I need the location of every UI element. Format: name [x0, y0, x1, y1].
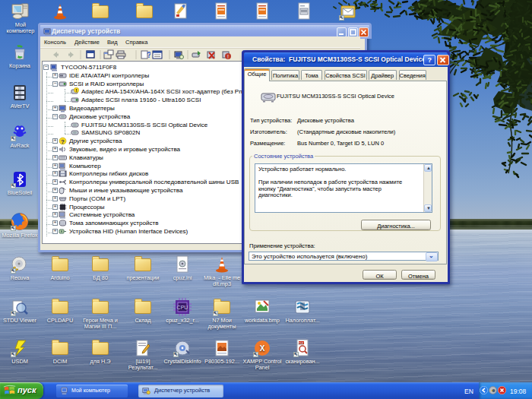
- svg-text:CPU: CPU: [177, 305, 188, 310]
- svg-text:?: ?: [147, 51, 150, 59]
- svg-text:!: !: [76, 88, 78, 93]
- svg-text:X: X: [260, 344, 265, 353]
- svg-text:PDF: PDF: [299, 342, 304, 345]
- svg-text:?: ?: [61, 138, 65, 145]
- svg-text:!: !: [227, 54, 229, 59]
